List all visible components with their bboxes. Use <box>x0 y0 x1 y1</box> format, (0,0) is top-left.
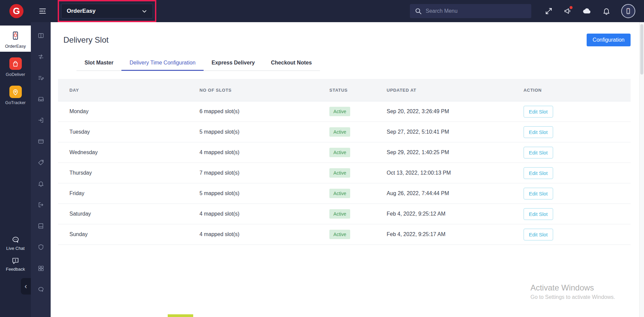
tab-express-delivery[interactable]: Express Delivery <box>204 60 263 71</box>
status-badge: Active <box>329 189 350 198</box>
day-cell: Thursday <box>58 170 200 176</box>
book-icon[interactable] <box>31 215 51 236</box>
feedback-icon <box>11 257 19 265</box>
shield-icon[interactable] <box>31 236 51 258</box>
transfer-arrows-icon[interactable] <box>31 46 51 67</box>
page-scrollbar[interactable] <box>639 22 644 317</box>
live-chat-icon <box>11 236 20 244</box>
slots-cell: 5 mapped slot(s) <box>200 129 329 135</box>
sidebar-app-label: GoTracker <box>5 100 26 105</box>
edit-slot-button[interactable]: Edit Slot <box>524 147 553 158</box>
slots-cell: 7 mapped slot(s) <box>200 170 329 176</box>
global-search[interactable] <box>410 4 531 18</box>
header-action: ACTION <box>524 88 631 93</box>
sidebar-app-gotracker[interactable]: GoTracker <box>0 82 31 108</box>
tab-bar: Slot Master Delivery Time Configuration … <box>76 60 320 71</box>
live-chat-label: Live Chat <box>6 246 25 251</box>
task-edit-icon[interactable] <box>31 67 51 88</box>
edit-slot-button[interactable]: Edit Slot <box>524 208 553 220</box>
table-row: Wednesday 4 mapped slot(s) Active Sep 29… <box>58 142 631 163</box>
notifications-button[interactable] <box>602 7 610 15</box>
status-badge: Active <box>329 230 350 239</box>
sidebar-collapse-button[interactable]: ‹ <box>21 278 31 295</box>
tab-checkout-notes[interactable]: Checkout Notes <box>263 60 320 71</box>
scrollbar-thumb[interactable] <box>640 24 643 75</box>
watermark-line1: Activate Windows <box>530 283 615 292</box>
feedback-button[interactable]: Feedback <box>0 257 31 272</box>
updated-at-cell: Sep 20, 2022, 3:26:49 PM <box>387 108 524 115</box>
slots-cell: 5 mapped slot(s) <box>200 190 329 196</box>
brand-logo-letter: G <box>13 6 20 16</box>
feedback-label: Feedback <box>6 267 25 272</box>
configuration-button[interactable]: Configuration <box>587 34 631 46</box>
app-sidebar: OrderEasy GoDeliver GoTracker <box>0 22 31 317</box>
announcements-button[interactable] <box>564 7 572 15</box>
tag-icon[interactable] <box>31 152 51 173</box>
edit-slot-button[interactable]: Edit Slot <box>524 167 553 179</box>
page-header: Delivery Slot Configuration <box>58 22 631 46</box>
notifications-bell-icon <box>602 7 610 15</box>
slots-cell: 4 mapped slot(s) <box>200 211 329 217</box>
sidebar-bottom: Live Chat Feedback <box>0 236 31 317</box>
avatar-phone-icon <box>625 7 632 15</box>
edit-slot-button[interactable]: Edit Slot <box>524 188 553 199</box>
slots-cell: 4 mapped slot(s) <box>200 149 329 155</box>
brand-logo[interactable]: G <box>9 4 23 18</box>
inbox-icon[interactable] <box>31 88 51 109</box>
cloud-sync-button[interactable] <box>582 6 592 16</box>
app-switcher-dropdown[interactable]: OrderEasy <box>61 4 153 18</box>
day-cell: Monday <box>58 108 200 115</box>
grid-icon[interactable] <box>31 258 51 279</box>
page-title: Delivery Slot <box>63 35 109 45</box>
status-badge: Active <box>329 127 350 137</box>
edit-slot-button[interactable]: Edit Slot <box>524 229 553 240</box>
status-badge: Active <box>329 209 350 219</box>
table-row: Saturday 4 mapped slot(s) Active Feb 4, … <box>58 204 631 224</box>
search-input[interactable] <box>426 8 527 14</box>
edit-slot-button[interactable]: Edit Slot <box>524 126 553 138</box>
status-badge: Active <box>329 148 350 157</box>
app-switcher-value: OrderEasy <box>67 8 96 14</box>
columns-icon[interactable] <box>31 25 51 46</box>
table-row: Tuesday 5 mapped slot(s) Active Sep 27, … <box>58 122 631 142</box>
updated-at-cell: Oct 13, 2022, 12:00:13 PM <box>387 170 524 176</box>
table-header-row: DAY NO OF SLOTS STATUS UPDATED AT ACTION <box>58 79 631 101</box>
sign-out-icon[interactable] <box>31 194 51 215</box>
chat-icon[interactable] <box>31 279 51 300</box>
day-cell: Saturday <box>58 211 200 217</box>
header-day: DAY <box>58 88 200 93</box>
status-badge: Active <box>329 107 350 116</box>
card-icon[interactable] <box>31 131 51 152</box>
header-updated-at: UPDATED AT <box>387 88 524 93</box>
updated-at-cell: Feb 4, 2022, 9:25:17 AM <box>387 231 524 237</box>
updated-at-cell: Sep 27, 2022, 5:10:41 PM <box>387 129 524 135</box>
day-cell: Friday <box>58 190 200 196</box>
menu-toggle-icon <box>38 7 47 15</box>
watermark-line2: Go to Settings to activate Windows. <box>530 294 615 300</box>
live-chat-button[interactable]: Live Chat <box>0 236 31 251</box>
user-avatar[interactable] <box>621 4 635 18</box>
topbar: G OrderEasy <box>0 0 644 22</box>
fullscreen-button[interactable] <box>545 7 553 15</box>
delivery-slots-table: DAY NO OF SLOTS STATUS UPDATED AT ACTION… <box>58 79 631 245</box>
godeliver-bag-icon <box>9 57 22 70</box>
sidebar-app-label: GoDeliver <box>6 72 25 77</box>
cloud-icon <box>582 6 592 16</box>
slots-cell: 4 mapped slot(s) <box>200 231 329 237</box>
sidebar-app-ordereasy[interactable]: OrderEasy <box>0 26 31 52</box>
table-row: Sunday 4 mapped slot(s) Active Feb 4, 20… <box>58 224 631 245</box>
day-cell: Wednesday <box>58 149 200 155</box>
day-cell: Sunday <box>58 231 200 237</box>
tab-delivery-time-configuration[interactable]: Delivery Time Configuration <box>121 60 204 71</box>
content-area: Delivery Slot Configuration Slot Master … <box>51 22 644 317</box>
sign-in-icon[interactable] <box>31 109 51 131</box>
table-row: Thursday 7 mapped slot(s) Active Oct 13,… <box>58 163 631 183</box>
sidebar-app-godeliver[interactable]: GoDeliver <box>0 54 31 80</box>
edit-slot-button[interactable]: Edit Slot <box>524 106 553 118</box>
sidebar-menu-toggle[interactable] <box>38 7 47 15</box>
module-icon-rail <box>31 22 51 317</box>
updated-at-cell: Feb 4, 2022, 9:25:12 AM <box>387 211 524 217</box>
tab-slot-master[interactable]: Slot Master <box>76 60 121 71</box>
app-switcher-wrap: OrderEasy <box>61 4 153 18</box>
bell-icon[interactable] <box>31 173 51 194</box>
